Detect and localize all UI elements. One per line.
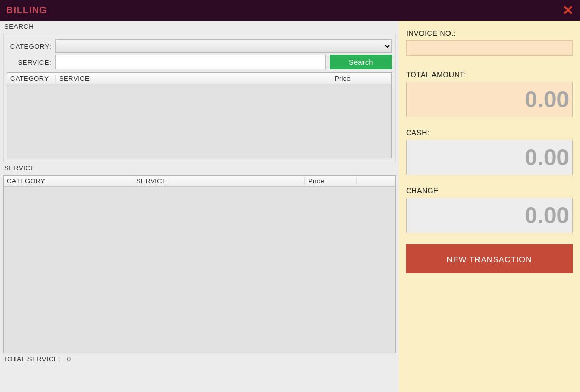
- search-grid-body: [7, 84, 392, 158]
- col-price: Price: [331, 75, 392, 82]
- change-label: CHANGE: [406, 186, 573, 195]
- cash-label: CASH:: [406, 128, 573, 137]
- col-price: Price: [305, 177, 357, 185]
- col-category: CATEGORY: [4, 177, 133, 185]
- category-select[interactable]: [55, 39, 392, 53]
- total-label: TOTAL AMOUNT:: [406, 70, 573, 79]
- left-panel: SEARCH CATEGORY: SERVICE: Search CATEGOR…: [0, 21, 399, 392]
- window-title: BILLING: [6, 5, 47, 16]
- titlebar: BILLING ✕: [0, 0, 580, 21]
- service-input[interactable]: [55, 55, 326, 69]
- col-category: CATEGORY: [7, 75, 56, 82]
- col-service: SERVICE: [133, 177, 305, 185]
- service-group: SERVICE CATEGORY SERVICE Price TOTAL SER…: [3, 164, 396, 392]
- col-service: SERVICE: [56, 75, 331, 82]
- close-icon[interactable]: ✕: [562, 4, 574, 17]
- service-grid[interactable]: CATEGORY SERVICE Price: [3, 175, 396, 353]
- category-label: CATEGORY:: [7, 42, 51, 50]
- category-row: CATEGORY:: [7, 39, 392, 53]
- service-grid-body: [4, 187, 395, 353]
- total-amount-display: 0.00: [406, 82, 573, 117]
- search-group-label: SEARCH: [4, 23, 396, 31]
- new-transaction-button[interactable]: NEW TRANSACTION: [406, 244, 573, 273]
- summary-panel: INVOICE NO.: TOTAL AMOUNT: 0.00 CASH: 0.…: [399, 21, 580, 392]
- search-results-grid[interactable]: CATEGORY SERVICE Price: [7, 72, 392, 158]
- search-grid-header: CATEGORY SERVICE Price: [7, 73, 392, 84]
- total-service-label: TOTAL SERVICE:: [3, 355, 61, 363]
- search-box: CATEGORY: SERVICE: Search CATEGORY SERVI…: [3, 34, 396, 162]
- total-service-row: TOTAL SERVICE: 0: [3, 355, 396, 363]
- main-area: SEARCH CATEGORY: SERVICE: Search CATEGOR…: [0, 21, 580, 392]
- service-group-label: SERVICE: [4, 164, 396, 172]
- total-service-value: 0: [67, 355, 71, 363]
- service-label: SERVICE:: [7, 59, 51, 66]
- invoice-label: INVOICE NO.:: [406, 29, 573, 37]
- service-row: SERVICE: Search: [7, 55, 392, 69]
- search-group: SEARCH CATEGORY: SERVICE: Search CATEGOR…: [3, 23, 396, 164]
- cash-display[interactable]: 0.00: [406, 140, 573, 175]
- search-button[interactable]: Search: [330, 55, 392, 69]
- service-grid-header: CATEGORY SERVICE Price: [4, 176, 395, 187]
- invoice-field[interactable]: [406, 40, 573, 56]
- change-display: 0.00: [406, 198, 573, 233]
